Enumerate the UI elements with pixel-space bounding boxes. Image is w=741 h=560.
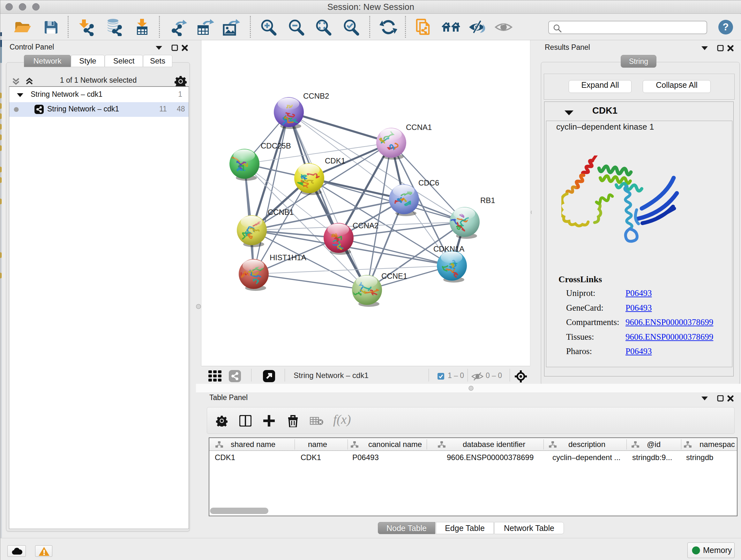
svg-text:CDC6: CDC6 [418,179,439,187]
svg-text:CDKN1A: CDKN1A [433,245,464,253]
svg-text:?: ? [723,21,729,33]
svg-text:CCNE1: CCNE1 [381,272,407,280]
svg-text:CCNA2: CCNA2 [353,221,379,230]
svg-text:CCNA1: CCNA1 [406,123,432,132]
svg-text:HIST1H1A: HIST1H1A [270,253,307,262]
svg-text:RB1: RB1 [480,196,495,205]
svg-text:CCNB2: CCNB2 [303,91,329,100]
svg-text:CDK1: CDK1 [325,157,345,165]
svg-text:CCNB1: CCNB1 [268,208,293,216]
svg-text:CDC25B: CDC25B [261,141,291,150]
